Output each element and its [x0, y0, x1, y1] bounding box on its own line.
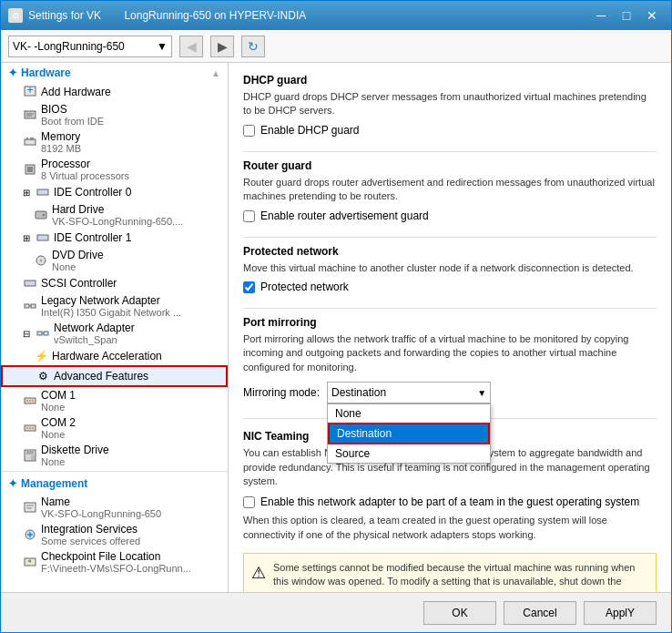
vm-dropdown[interactable]: VK- -LongRunning-650 ▼: [8, 36, 172, 57]
processor-text-group: Processor 8 Virtual processors: [41, 158, 129, 181]
svg-point-25: [26, 400, 28, 402]
mirroring-mode-dropdown[interactable]: Destination ▼: [327, 382, 491, 403]
com2-sub-label: None: [41, 429, 76, 440]
memory-icon: [23, 135, 37, 149]
svg-rect-33: [26, 450, 34, 454]
checkpoint-sub-label: F:\Vineeth-VMs\SFO-LongRunn...: [41, 563, 191, 574]
apply-button[interactable]: ApplY: [584, 601, 657, 625]
add-hardware-icon: +: [23, 85, 37, 99]
diskette-label: Diskette Drive: [41, 444, 109, 456]
sidebar-item-legacy-network[interactable]: Legacy Network Adapter Intel(R) I350 Gig…: [1, 292, 228, 320]
sidebar-item-network-adapter[interactable]: ⊟ Network Adapter vSwitch_Span: [1, 320, 228, 347]
sidebar-item-scsi[interactable]: SCSI Controller: [1, 274, 228, 292]
svg-rect-6: [26, 138, 28, 140]
footer: OK Cancel ApplY: [1, 592, 671, 632]
network-adapter-sub-label: vSwitch_Span: [54, 334, 135, 345]
warning-text: Some settings cannot be modified because…: [273, 561, 648, 592]
processor-icon: [23, 162, 37, 177]
management-expand-icon: ✦: [8, 477, 17, 490]
bios-icon: [23, 107, 37, 122]
ide1-label: IDE Controller 1: [54, 231, 131, 244]
svg-point-29: [26, 427, 28, 429]
toolbar: VK- -LongRunning-650 ▼ ◀ ▶ ↻: [1, 30, 671, 63]
dvd-label: DVD Drive: [52, 249, 104, 261]
svg-point-31: [32, 427, 34, 429]
processor-sub-label: 8 Virtual processors: [41, 170, 129, 181]
sidebar-item-processor[interactable]: Processor 8 Virtual processors: [1, 156, 228, 183]
dropdown-option-destination[interactable]: Destination: [328, 423, 490, 444]
port-mirroring-section: Port mirroring Port mirroring allows the…: [243, 316, 657, 403]
right-panel: DHCP guard DHCP guard drops DHCP server …: [229, 63, 671, 592]
svg-rect-2: [25, 111, 36, 118]
maximize-button[interactable]: □: [615, 5, 638, 26]
nic-checkbox-label: Enable this network adapter to be part o…: [260, 495, 639, 508]
sidebar-item-add-hardware[interactable]: + Add Hardware: [1, 83, 228, 101]
sidebar-item-hardware-accel[interactable]: ⚡ Hardware Acceleration: [1, 347, 228, 365]
cancel-button[interactable]: Cancel: [504, 601, 576, 625]
mirroring-mode-dropdown-container: Destination ▼ None Destination Source: [327, 382, 491, 403]
ide0-expand: ⊞: [23, 188, 30, 198]
minimize-button[interactable]: ─: [589, 5, 613, 26]
sidebar-item-hard-drive[interactable]: Hard Drive VK-SFO-LongRunning-650....: [1, 201, 228, 229]
title-text2: LongRunning-650 on HYPERV-INDIA: [124, 9, 306, 22]
dropdown-option-source[interactable]: Source: [328, 444, 490, 463]
sidebar-item-com1[interactable]: COM 1 None: [1, 387, 228, 414]
sidebar-item-diskette[interactable]: Diskette Drive None: [1, 442, 228, 469]
svg-rect-10: [27, 167, 33, 172]
right-content: DHCP guard DHCP guard drops DHCP server …: [229, 63, 671, 592]
sidebar-item-ide0[interactable]: ⊞ IDE Controller 0: [1, 183, 228, 201]
svg-rect-8: [32, 138, 34, 140]
nav-forward-button[interactable]: ▶: [210, 36, 234, 57]
hardware-section-header[interactable]: ✦ Hardware ▲: [1, 63, 228, 83]
dvd-icon: [34, 253, 48, 268]
memory-text-group: Memory 8192 MB: [41, 130, 81, 154]
svg-point-16: [40, 260, 43, 262]
dhcp-guard-title: DHCP guard: [243, 74, 657, 87]
com1-text-group: COM 1 None: [41, 389, 76, 413]
sidebar-item-advanced-features[interactable]: ⚙ Advanced Features: [1, 365, 228, 387]
close-button[interactable]: ✕: [640, 5, 664, 26]
dropdown-option-none[interactable]: None: [328, 404, 490, 423]
sidebar-item-memory[interactable]: Memory 8192 MB: [1, 128, 228, 156]
sidebar-item-com2[interactable]: COM 2 None: [1, 414, 228, 442]
sidebar-item-dvd[interactable]: DVD Drive None: [1, 247, 228, 274]
bios-text-group: BIOS Boot from IDE: [41, 103, 104, 127]
nic-checkbox[interactable]: [243, 496, 255, 508]
refresh-button[interactable]: ↻: [241, 36, 265, 57]
ide1-expand: ⊞: [23, 233, 30, 243]
svg-point-26: [29, 400, 31, 402]
sidebar-item-name[interactable]: Name VK-SFO-LongRunning-650: [1, 494, 228, 521]
svg-rect-22: [44, 332, 48, 335]
sidebar-item-bios[interactable]: BIOS Boot from IDE: [1, 101, 228, 128]
legacy-network-icon: [23, 299, 37, 313]
network-adapter-icon: [36, 326, 50, 341]
dhcp-guard-desc: DHCP guard drops DHCP server messages fr…: [243, 90, 657, 118]
port-mirroring-row: Mirroring mode: Destination ▼ None Desti…: [243, 382, 657, 403]
port-mirroring-desc: Port mirroring allows the network traffi…: [243, 332, 657, 374]
protected-network-checkbox[interactable]: [243, 281, 255, 293]
port-mirroring-title: Port mirroring: [243, 316, 657, 329]
nic-checkbox-row: Enable this network adapter to be part o…: [243, 495, 657, 508]
nav-back-button[interactable]: ◀: [179, 36, 203, 57]
sep2: [243, 237, 657, 238]
hardware-label: Hardware: [21, 66, 71, 79]
router-guard-checkbox-label: Enable router advertisement guard: [260, 209, 429, 222]
checkpoint-label: Checkpoint File Location: [41, 550, 191, 563]
sidebar-item-checkpoint[interactable]: Checkpoint File Location F:\Vineeth-VMs\…: [1, 548, 228, 576]
ok-button[interactable]: OK: [423, 601, 496, 625]
name-label: Name: [41, 495, 161, 508]
com1-icon: [23, 393, 37, 408]
ide0-label: IDE Controller 0: [54, 186, 131, 199]
ide1-icon: [36, 230, 50, 245]
legacy-network-label: Legacy Network Adapter: [41, 294, 181, 307]
management-section-header[interactable]: ✦ Management: [1, 474, 228, 494]
add-hardware-label: Add Hardware: [41, 86, 111, 98]
router-guard-checkbox[interactable]: [243, 210, 255, 222]
dhcp-guard-checkbox[interactable]: [243, 125, 255, 137]
nic-warning-text: When this option is cleared, a team crea…: [243, 514, 657, 542]
integration-sub-label: Some services offered: [41, 536, 140, 546]
sidebar-item-integration[interactable]: Integration Services Some services offer…: [1, 521, 228, 548]
hard-drive-icon: [34, 208, 48, 222]
sidebar-scroll-area: + Add Hardware BIOS Boot from IDE: [1, 83, 228, 592]
sidebar-item-ide1[interactable]: ⊞ IDE Controller 1: [1, 229, 228, 247]
